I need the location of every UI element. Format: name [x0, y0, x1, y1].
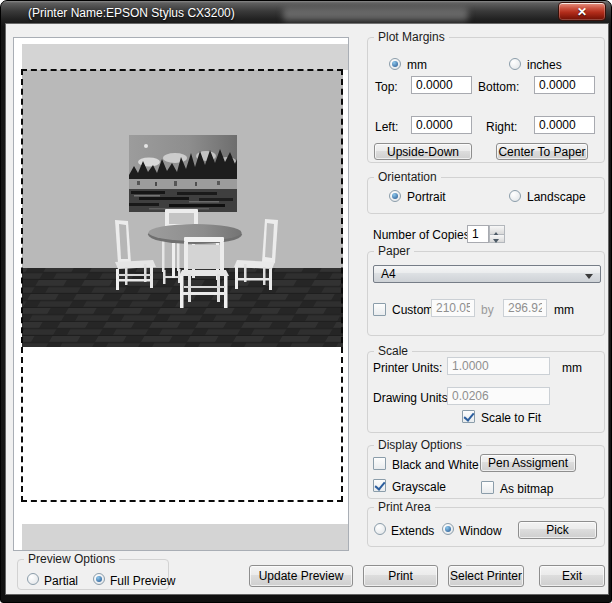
- group-print-area: Print Area Extends Window Pick: [367, 507, 605, 547]
- exit-button[interactable]: Exit: [539, 565, 605, 587]
- margin-right-field[interactable]: [534, 116, 595, 134]
- select-printer-button[interactable]: Select Printer: [448, 565, 524, 587]
- drawing-units-field[interactable]: [447, 387, 550, 405]
- custom-size-label[interactable]: Custom: [392, 303, 433, 317]
- margin-right-label: Right:: [486, 120, 517, 134]
- radio-window[interactable]: [442, 523, 454, 535]
- group-paper: Paper A4 Custom by mm: [367, 251, 605, 336]
- group-orientation: Orientation Portrait Landscape: [367, 177, 605, 214]
- custom-unit-label: mm: [554, 303, 574, 317]
- margin-top-field[interactable]: [411, 76, 472, 94]
- center-to-paper-button[interactable]: Center To Paper: [496, 143, 588, 160]
- copies-stepper[interactable]: [489, 225, 505, 243]
- group-orientation-title: Orientation: [374, 170, 441, 184]
- paper-size-value: A4: [381, 267, 396, 281]
- as-bitmap-checkbox[interactable]: [481, 481, 494, 494]
- drawing-units-label: Drawing Units:: [373, 391, 451, 405]
- radio-partial[interactable]: [27, 573, 39, 585]
- margin-top-label: Top:: [375, 80, 398, 94]
- chevron-down-icon: [585, 274, 593, 283]
- black-and-white-checkbox[interactable]: [373, 457, 386, 470]
- margin-left-label: Left:: [375, 120, 398, 134]
- pen-assigment-button[interactable]: Pen Assigment: [480, 454, 576, 472]
- radio-unit-mm[interactable]: [389, 58, 401, 70]
- copies-label: Number of Copies :: [373, 228, 476, 242]
- grayscale-label[interactable]: Grayscale: [392, 480, 446, 494]
- preview-backdrop-bottom: [22, 524, 349, 550]
- stepper-up-button[interactable]: [489, 225, 505, 235]
- radio-unit-inches-label[interactable]: inches: [527, 58, 562, 72]
- radio-full-preview[interactable]: [93, 573, 105, 585]
- radio-portrait[interactable]: [389, 190, 401, 202]
- custom-by-label: by: [481, 303, 494, 317]
- close-icon: ✕: [577, 6, 587, 18]
- as-bitmap-label[interactable]: As bitmap: [500, 482, 553, 496]
- custom-height-field[interactable]: [503, 299, 547, 317]
- window-title: (Printer Name:EPSON Stylus CX3200): [28, 6, 235, 20]
- radio-landscape[interactable]: [509, 190, 521, 202]
- upside-down-button[interactable]: Upside-Down: [374, 143, 472, 160]
- group-preview-options: Preview Options Partial Full Preview: [17, 559, 169, 590]
- plot-preview-panel: [13, 37, 349, 551]
- radio-window-label[interactable]: Window: [459, 524, 502, 538]
- group-plot-margins-title: Plot Margins: [374, 30, 449, 44]
- print-margin-outline: [21, 69, 343, 502]
- grayscale-checkbox[interactable]: [373, 479, 386, 492]
- margin-left-field[interactable]: [411, 116, 472, 134]
- radio-partial-label[interactable]: Partial: [44, 574, 78, 588]
- scale-to-fit-label[interactable]: Scale to Fit: [481, 411, 541, 425]
- margin-bottom-field[interactable]: [534, 76, 595, 94]
- custom-width-field[interactable]: [431, 299, 475, 317]
- radio-extends-label[interactable]: Extends: [391, 524, 434, 538]
- group-preview-options-title: Preview Options: [24, 552, 119, 566]
- radio-unit-inches[interactable]: [509, 58, 521, 70]
- radio-landscape-label[interactable]: Landscape: [527, 190, 586, 204]
- black-and-white-label[interactable]: Black and White: [392, 458, 479, 472]
- pick-button[interactable]: Pick: [518, 521, 597, 539]
- group-scale: Scale Printer Units: mm Drawing Units: S…: [367, 351, 605, 433]
- group-print-area-title: Print Area: [374, 500, 435, 514]
- radio-extends[interactable]: [374, 523, 386, 535]
- stepper-down-button[interactable]: [489, 235, 505, 244]
- radio-full-preview-label[interactable]: Full Preview: [110, 574, 175, 588]
- group-paper-title: Paper: [374, 244, 414, 258]
- radio-portrait-label[interactable]: Portrait: [407, 190, 446, 204]
- group-plot-margins: Plot Margins mm inches Top: Bottom: Left…: [367, 37, 605, 163]
- background-window-ghost: [283, 8, 468, 21]
- custom-size-checkbox[interactable]: [373, 303, 386, 316]
- printer-units-unit-label: mm: [562, 361, 582, 375]
- copies-field[interactable]: [467, 225, 489, 243]
- down-arrow-icon: [493, 239, 499, 246]
- group-display-options-title: Display Options: [374, 438, 466, 452]
- radio-unit-mm-label[interactable]: mm: [407, 58, 427, 72]
- dialog-window: (Printer Name:EPSON Stylus CX3200) ✕: [0, 0, 612, 603]
- preview-backdrop-top: [22, 44, 349, 70]
- margin-bottom-label: Bottom:: [478, 80, 519, 94]
- printer-units-field[interactable]: [447, 357, 550, 375]
- close-button[interactable]: ✕: [558, 2, 606, 21]
- printer-units-label: Printer Units:: [373, 361, 442, 375]
- print-button[interactable]: Print: [363, 565, 438, 587]
- update-preview-button[interactable]: Update Preview: [249, 565, 353, 587]
- paper-size-dropdown[interactable]: A4: [373, 265, 601, 283]
- group-display-options: Display Options Black and White Pen Assi…: [367, 445, 605, 499]
- group-scale-title: Scale: [374, 344, 412, 358]
- dialog-content: Plot Margins mm inches Top: Bottom: Left…: [6, 24, 608, 594]
- scale-to-fit-checkbox[interactable]: [462, 410, 475, 423]
